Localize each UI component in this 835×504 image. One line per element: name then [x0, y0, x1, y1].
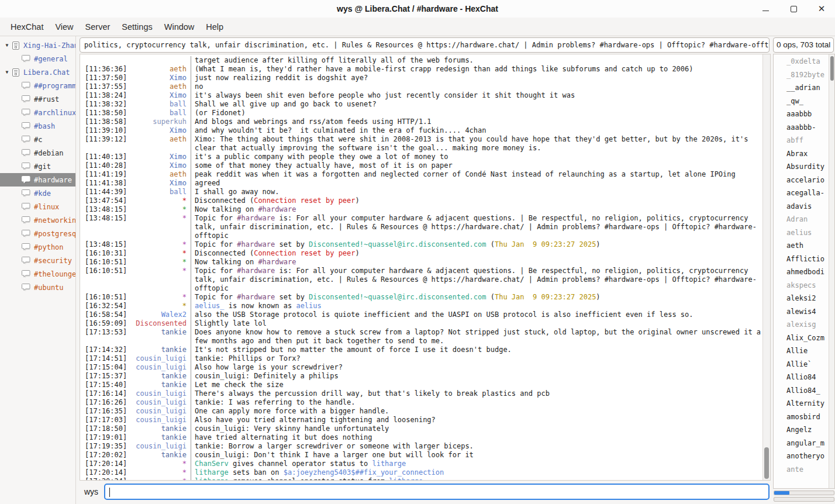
- nick[interactable]: Disconsented: [127, 319, 187, 328]
- user-list-item[interactable]: Adran: [774, 213, 829, 226]
- nick[interactable]: *: [127, 214, 187, 240]
- user-list-item[interactable]: aaabbb: [774, 108, 829, 121]
- sidebar-item-xing-hai-zhan[interactable]: ▼Xing-Hai-Zhan: [0, 39, 75, 52]
- sidebar-item--general[interactable]: #general: [0, 52, 75, 65]
- user-list-item[interactable]: _qw_: [774, 95, 829, 108]
- nick[interactable]: *: [127, 460, 187, 468]
- nick[interactable]: cousin_luigi: [127, 398, 187, 407]
- nick[interactable]: Ximo: [127, 91, 187, 100]
- menu-window[interactable]: Window: [158, 20, 201, 34]
- user-list-item[interactable]: Alternity: [774, 397, 829, 410]
- user-list-item[interactable]: amosbird: [774, 410, 829, 424]
- user-list-item[interactable]: alewis4: [774, 305, 829, 319]
- nick[interactable]: *: [127, 205, 187, 214]
- sidebar-item--rust[interactable]: ##rust: [0, 92, 75, 106]
- nick[interactable]: tankie: [127, 346, 187, 354]
- expander-icon[interactable]: ▼: [3, 70, 11, 75]
- nick[interactable]: aeth: [127, 135, 187, 153]
- nick[interactable]: aeth: [127, 65, 187, 74]
- user-list-item[interactable]: aaabbb-: [774, 121, 829, 134]
- sidebar-item-libera-chat[interactable]: ▼Libera.Chat: [0, 65, 75, 79]
- sidebar-item--programming[interactable]: ##programming: [0, 79, 75, 92]
- sidebar-item--hardware[interactable]: #hardware: [0, 173, 75, 187]
- user-list-item[interactable]: abff: [774, 134, 829, 147]
- message-input[interactable]: [104, 484, 770, 500]
- sidebar-item--git[interactable]: #git: [0, 160, 75, 173]
- minimize-icon[interactable]: [760, 4, 771, 14]
- user-list-item[interactable]: Angelz: [774, 423, 829, 437]
- menu-settings[interactable]: Settings: [116, 20, 158, 34]
- userlist-scrollbar-thumb[interactable]: [830, 56, 834, 81]
- nick[interactable]: Ximo: [127, 153, 187, 161]
- chat-scrollbar-thumb[interactable]: [764, 447, 769, 479]
- nick[interactable]: Ximo: [127, 74, 187, 82]
- user-list-item[interactable]: Abrax: [774, 147, 829, 161]
- sidebar-item--networking[interactable]: #networking: [0, 213, 75, 227]
- nick[interactable]: *: [127, 249, 187, 258]
- sidebar-item--security[interactable]: #security: [0, 254, 75, 267]
- sidebar-item--kde[interactable]: #kde: [0, 187, 75, 200]
- user-list-item[interactable]: alexisg: [774, 318, 829, 332]
- user-list-item[interactable]: ante: [774, 463, 829, 477]
- menu-hexchat[interactable]: HexChat: [5, 20, 49, 34]
- nick[interactable]: [127, 56, 187, 65]
- nick[interactable]: *: [127, 293, 187, 302]
- user-list-item[interactable]: accelario: [774, 174, 829, 187]
- user-list-item[interactable]: anotheryo: [774, 450, 829, 463]
- user-list-item[interactable]: Alix_Cozm: [774, 332, 829, 345]
- menu-view[interactable]: View: [49, 20, 79, 34]
- user-list-item[interactable]: angular_m: [774, 437, 829, 450]
- nick[interactable]: superkuh: [127, 118, 187, 126]
- user-list-item[interactable]: Absurdity: [774, 160, 829, 174]
- nick[interactable]: tankie: [127, 372, 187, 381]
- user-list-item[interactable]: aelius: [774, 226, 829, 240]
- user-list-item[interactable]: Allie`: [774, 358, 829, 371]
- nick[interactable]: tankie: [127, 451, 187, 460]
- nick[interactable]: tankie: [127, 433, 187, 442]
- nick[interactable]: Ximo: [127, 126, 187, 135]
- sidebar-item--archlinux[interactable]: #archlinux: [0, 106, 75, 119]
- nick[interactable]: cousin_luigi: [127, 354, 187, 363]
- nick[interactable]: ball: [127, 188, 187, 196]
- user-list-item[interactable]: _0xdelta: [774, 55, 829, 68]
- user-list-item[interactable]: aleksi2: [774, 292, 829, 305]
- sidebar-item--postgresql[interactable]: #postgresql: [0, 227, 75, 240]
- userlist-scrollbar[interactable]: [829, 54, 834, 488]
- nick[interactable]: *: [127, 477, 187, 480]
- user-list-item[interactable]: adavis: [774, 200, 829, 213]
- sidebar-item--ubuntu[interactable]: #ubuntu: [0, 281, 75, 294]
- user-list-item[interactable]: akspecs: [774, 279, 829, 292]
- chat-scrollbar[interactable]: [762, 54, 770, 480]
- sidebar-item--python[interactable]: #python: [0, 240, 75, 254]
- menu-server[interactable]: Server: [80, 20, 116, 34]
- user-list-item[interactable]: acegalla-: [774, 187, 829, 200]
- nick[interactable]: *: [127, 258, 187, 267]
- nick[interactable]: *: [127, 196, 187, 205]
- user-list-item[interactable]: Allio84: [774, 371, 829, 384]
- nick[interactable]: tankie: [127, 381, 187, 389]
- close-icon[interactable]: ✕: [816, 4, 827, 14]
- sidebar-item--thelounge[interactable]: #thelounge: [0, 267, 75, 281]
- nick[interactable]: Ximo: [127, 179, 187, 188]
- sidebar-item--linux[interactable]: #linux: [0, 200, 75, 213]
- menu-help[interactable]: Help: [200, 20, 229, 34]
- user-list-item[interactable]: Afflictio: [774, 253, 829, 266]
- nick[interactable]: Ximo: [127, 161, 187, 170]
- nick[interactable]: cousin_luigi: [127, 442, 187, 451]
- sidebar-item--debian[interactable]: #debian: [0, 146, 75, 160]
- user-list-item[interactable]: ahmedbodi: [774, 265, 829, 279]
- sidebar-item--bash[interactable]: #bash: [0, 119, 75, 133]
- nick[interactable]: *: [127, 267, 187, 293]
- user-list-item[interactable]: aeth: [774, 239, 829, 253]
- nick[interactable]: aeth: [127, 82, 187, 91]
- user-list-item[interactable]: Allio84_: [774, 384, 829, 398]
- nick[interactable]: *: [127, 240, 187, 249]
- sidebar-item--c[interactable]: #c: [0, 133, 75, 146]
- user-list-item[interactable]: _8192byte: [774, 68, 829, 82]
- user-list-item[interactable]: Allie: [774, 344, 829, 358]
- nick[interactable]: cousin_luigi: [127, 407, 187, 416]
- maximize-icon[interactable]: [788, 4, 799, 14]
- nick[interactable]: cousin_luigi: [127, 389, 187, 398]
- nick[interactable]: *: [127, 468, 187, 477]
- nick[interactable]: cousin_luigi: [127, 416, 187, 424]
